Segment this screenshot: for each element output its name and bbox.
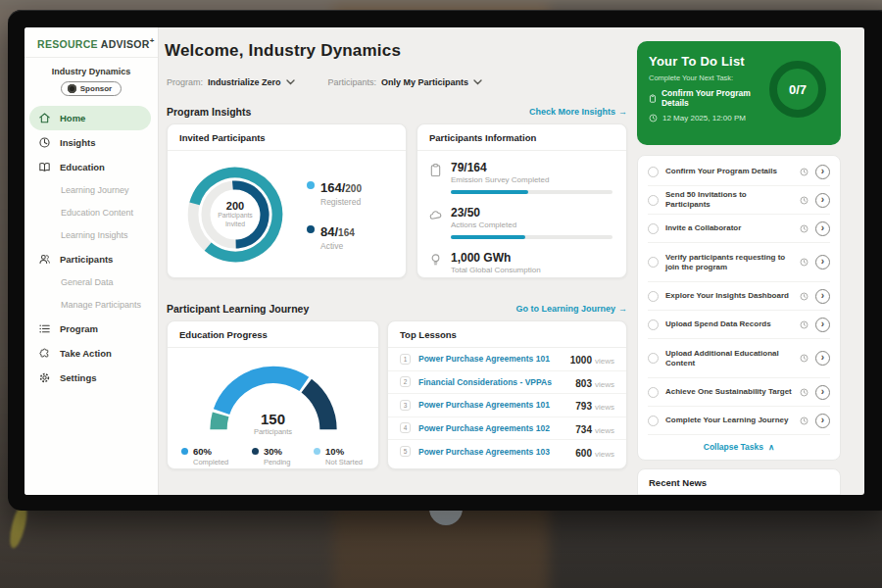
gauge-center-label: Participants xyxy=(200,427,347,436)
task-open-button[interactable]: › xyxy=(815,414,830,428)
program-dropdown[interactable]: Program: Industrialize Zero xyxy=(167,77,295,87)
clock-icon xyxy=(800,416,808,425)
sponsor-coin-icon xyxy=(68,84,76,93)
task-checkbox[interactable] xyxy=(648,319,659,330)
task-checkbox[interactable] xyxy=(648,167,659,177)
sidebar-item-home[interactable]: Home xyxy=(29,106,151,130)
lesson-link[interactable]: Power Purchase Agreements 101 xyxy=(418,354,563,364)
sidebar-item-label: Insights xyxy=(60,137,95,148)
chevron-up-icon: ∧ xyxy=(768,442,774,452)
task-row-3[interactable]: Invite a Collaborator › xyxy=(648,215,830,243)
sidebar-item-education-content[interactable]: Education Content xyxy=(24,202,158,224)
task-checkbox[interactable] xyxy=(648,195,659,206)
sidebar-item-label: Take Action xyxy=(60,348,112,359)
stat-actions-completed: 23/50 Actions Completed xyxy=(429,206,612,239)
task-checkbox[interactable] xyxy=(648,387,659,398)
sidebar-item-education[interactable]: Education xyxy=(24,155,158,179)
task-checkbox[interactable] xyxy=(648,223,659,234)
sidebar-item-program[interactable]: Program xyxy=(24,317,158,341)
sponsor-badge[interactable]: Sponsor xyxy=(61,81,122,96)
task-checkbox[interactable] xyxy=(648,416,659,426)
sidebar-item-participants[interactable]: Participants xyxy=(24,247,158,271)
stat-label: Emission Survey Completed xyxy=(451,175,612,184)
clipboard-icon xyxy=(649,93,657,104)
lesson-row-3[interactable]: 3 Power Purchase Agreements 101 793views xyxy=(388,394,626,417)
collapse-tasks-link[interactable]: Collapse Tasks ∧ xyxy=(648,435,830,459)
task-checkbox[interactable] xyxy=(648,257,659,268)
sidebar-item-insights[interactable]: Insights xyxy=(24,130,158,155)
participants-value: Only My Participants xyxy=(381,77,468,87)
task-row-7[interactable]: Upload Additional Educational Content › xyxy=(648,339,830,378)
rank-badge: 2 xyxy=(400,376,411,387)
lesson-link[interactable]: Financial Considerations - VPPAs xyxy=(418,377,567,387)
task-checkbox[interactable] xyxy=(648,353,659,364)
clock-icon xyxy=(800,320,808,329)
sidebar-item-take-action[interactable]: Take Action xyxy=(24,341,158,366)
task-row-6[interactable]: Upload Spend Data Records › xyxy=(648,311,830,339)
education-progress-card: Education Progress 150 Participants 60%C… xyxy=(167,320,379,469)
lesson-link[interactable]: Power Purchase Agreements 102 xyxy=(418,423,567,433)
lesson-row-4[interactable]: 4 Power Purchase Agreements 102 734views xyxy=(388,417,626,441)
rank-badge: 5 xyxy=(400,446,411,457)
chevron-down-icon xyxy=(473,79,482,85)
sidebar-item-learning-journey[interactable]: Learning Journey xyxy=(24,179,158,202)
progress-fill xyxy=(451,190,528,194)
sidebar-item-learning-insights[interactable]: Learning Insights xyxy=(24,224,158,247)
todo-task-list: Confirm Your Program Details › Send 50 I… xyxy=(637,155,841,461)
check-more-insights-link[interactable]: Check More Insights→ xyxy=(529,107,627,117)
task-row-1[interactable]: Confirm Your Program Details › xyxy=(648,158,830,186)
lesson-row-1[interactable]: 1 Power Purchase Agreements 101 1000view… xyxy=(388,348,626,371)
sidebar-item-label: Settings xyxy=(60,372,96,383)
people-icon xyxy=(38,253,51,266)
program-insights-header: Program Insights Check More Insights→ xyxy=(167,106,627,118)
chevron-down-icon xyxy=(286,79,295,85)
task-open-button[interactable]: › xyxy=(815,385,830,400)
task-row-2[interactable]: Send 50 Invitations to Participants › xyxy=(648,186,830,215)
lesson-link[interactable]: Power Purchase Agreements 101 xyxy=(418,400,567,410)
legend-dot xyxy=(307,181,315,189)
task-open-button[interactable]: › xyxy=(815,255,830,270)
progress-track xyxy=(451,235,612,239)
lesson-row-5[interactable]: 5 Power Purchase Agreements 103 600views xyxy=(388,440,626,464)
task-row-9[interactable]: Complete Your Learning Journey › xyxy=(648,407,830,435)
sidebar-item-manage-participants[interactable]: Manage Participants xyxy=(24,294,158,317)
rank-badge: 4 xyxy=(400,422,411,433)
task-open-button[interactable]: › xyxy=(815,221,830,236)
sidebar-item-label: Participants xyxy=(60,254,113,265)
go-to-learning-journey-link[interactable]: Go to Learning Journey→ xyxy=(515,304,627,314)
task-open-button[interactable]: › xyxy=(815,165,830,179)
task-checkbox[interactable] xyxy=(648,291,659,302)
legend-dot xyxy=(307,225,315,233)
card-title: Invited Participants xyxy=(168,124,406,151)
participants-dropdown[interactable]: Participants: Only My Participants xyxy=(328,77,483,87)
legend-dot xyxy=(181,448,188,455)
task-open-button[interactable]: › xyxy=(815,351,830,366)
home-icon xyxy=(38,112,51,124)
clock-icon xyxy=(800,292,808,301)
todo-next-task: Confirm Your Program Details xyxy=(649,88,766,108)
task-open-button[interactable]: › xyxy=(815,193,830,208)
brand-logo: RESOURCE ADVISOR+ xyxy=(24,27,158,58)
clock-icon xyxy=(800,224,808,233)
task-row-4[interactable]: Verify participants requesting to join t… xyxy=(648,243,830,282)
sidebar-item-label: Home xyxy=(60,113,85,123)
top-lessons-card: Top Lessons 1 Power Purchase Agreements … xyxy=(387,320,627,469)
todo-datetime: 12 May 2025, 12:00 PM xyxy=(649,114,766,122)
todo-title: Your To Do List xyxy=(649,54,766,69)
task-row-5[interactable]: Explore Your Insights Dashboard › xyxy=(648,282,830,311)
lesson-link[interactable]: Power Purchase Agreements 103 xyxy=(418,447,567,457)
task-open-button[interactable]: › xyxy=(815,318,830,332)
sidebar-item-settings[interactable]: Settings xyxy=(24,366,158,390)
card-title: Participants Information xyxy=(417,124,626,151)
donut-center-label: Invited xyxy=(225,220,245,229)
task-row-8[interactable]: Achieve One Sustainability Target › xyxy=(648,378,830,407)
donut-center-value: 200 xyxy=(226,200,244,212)
participants-information-card: Participants Information 79/164 Emission… xyxy=(416,123,627,278)
lesson-row-2[interactable]: 2 Financial Considerations - VPPAs 803vi… xyxy=(388,371,626,395)
brand-word-advisor: ADVISOR xyxy=(101,38,150,50)
card-title: Recent News xyxy=(638,469,840,495)
sidebar-item-general-data[interactable]: General Data xyxy=(24,271,158,294)
gear-icon xyxy=(38,371,51,384)
insights-icon xyxy=(38,136,51,149)
task-open-button[interactable]: › xyxy=(815,289,830,304)
